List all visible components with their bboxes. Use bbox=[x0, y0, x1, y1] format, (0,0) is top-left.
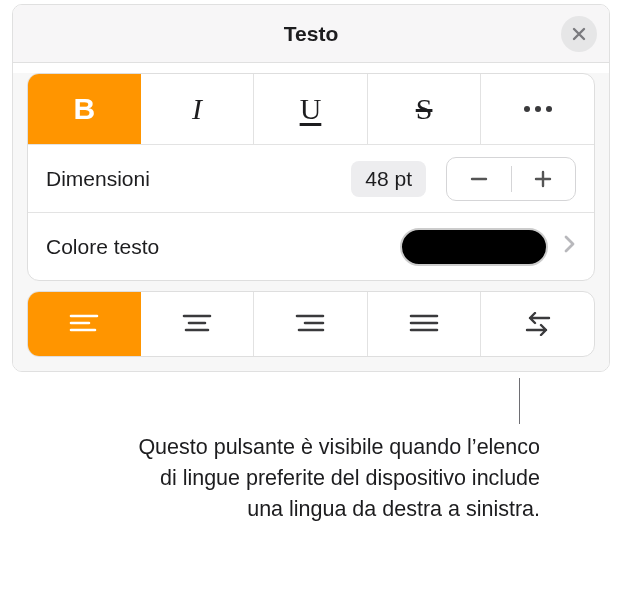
panel-header: Testo bbox=[13, 5, 609, 63]
callout-text: Questo pulsante è visibile quando l’elen… bbox=[120, 432, 540, 526]
text-color-row[interactable]: Colore testo bbox=[28, 212, 594, 280]
italic-icon: I bbox=[192, 92, 202, 126]
align-justify-icon bbox=[409, 313, 439, 335]
strikethrough-icon: S bbox=[416, 92, 433, 126]
close-button[interactable] bbox=[561, 16, 597, 52]
bold-button[interactable]: B bbox=[28, 74, 141, 144]
font-size-row: Dimensioni 48 pt bbox=[28, 144, 594, 212]
align-right-button[interactable] bbox=[254, 292, 368, 356]
align-justify-button[interactable] bbox=[368, 292, 482, 356]
size-decrease-button[interactable] bbox=[447, 158, 511, 200]
align-center-icon bbox=[182, 313, 212, 335]
more-icon bbox=[522, 105, 554, 113]
align-right-icon bbox=[295, 313, 325, 335]
plus-icon bbox=[533, 169, 553, 189]
text-direction-button[interactable] bbox=[481, 292, 594, 356]
strikethrough-button[interactable]: S bbox=[368, 74, 482, 144]
callout-leader-line bbox=[519, 378, 520, 424]
minus-icon bbox=[469, 169, 489, 189]
underline-icon: U bbox=[300, 92, 322, 126]
alignment-segmented bbox=[28, 292, 594, 356]
color-swatch[interactable] bbox=[400, 228, 548, 266]
align-left-button[interactable] bbox=[28, 292, 141, 356]
align-left-icon bbox=[69, 313, 99, 335]
size-increase-button[interactable] bbox=[512, 158, 576, 200]
svg-point-0 bbox=[524, 106, 530, 112]
svg-point-1 bbox=[535, 106, 541, 112]
color-label: Colore testo bbox=[46, 235, 400, 259]
bold-icon: B bbox=[73, 92, 95, 126]
align-center-button[interactable] bbox=[141, 292, 255, 356]
underline-button[interactable]: U bbox=[254, 74, 368, 144]
text-direction-icon bbox=[522, 312, 554, 336]
more-styles-button[interactable] bbox=[481, 74, 594, 144]
size-label: Dimensioni bbox=[46, 167, 351, 191]
italic-button[interactable]: I bbox=[141, 74, 255, 144]
chevron-right-icon bbox=[562, 234, 576, 260]
panel-title: Testo bbox=[284, 22, 338, 46]
text-style-segmented: B I U S bbox=[28, 74, 594, 144]
size-value[interactable]: 48 pt bbox=[351, 161, 426, 197]
close-icon bbox=[571, 26, 587, 42]
size-stepper bbox=[446, 157, 576, 201]
svg-point-2 bbox=[546, 106, 552, 112]
